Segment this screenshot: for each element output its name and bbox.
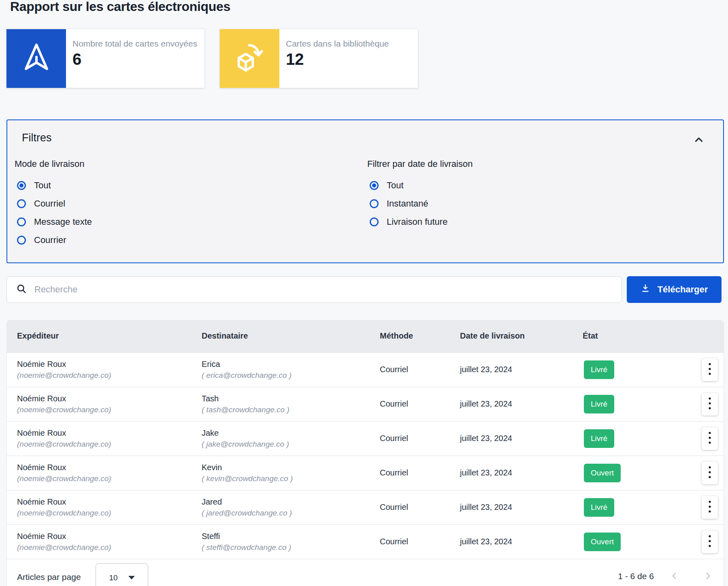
radio-label: Courrier	[34, 235, 66, 245]
recipient-name: Erica	[202, 360, 380, 369]
sender-name: Noémie Roux	[17, 394, 202, 403]
table-row: Noémie Roux (noemie@crowdchange.co) Kevi…	[7, 456, 724, 490]
date-cell: juillet 23, 2024	[460, 434, 583, 443]
library-box-icon-tile	[220, 29, 279, 88]
method-cell: Courriel	[380, 537, 460, 546]
previous-page-button[interactable]	[668, 570, 681, 584]
status-badge: Livré	[584, 498, 614, 517]
row-actions-button[interactable]	[702, 462, 718, 484]
method-cell: Courriel	[380, 399, 460, 409]
recipient-name: Kevin	[202, 463, 380, 472]
sender-name: Noémie Roux	[17, 428, 202, 438]
date-cell: juillet 23, 2024	[460, 537, 583, 546]
radio-label: Message texte	[34, 217, 92, 227]
items-per-page-select[interactable]: 10	[96, 563, 148, 586]
column-header-status: État	[583, 331, 698, 341]
recipient-email: ( steffi@crowdchange.co )	[202, 543, 380, 552]
date-cell: juillet 23, 2024	[460, 365, 583, 374]
page-title: Rapport sur les cartes électroniques	[10, 0, 728, 14]
status-badge: Ouvert	[584, 533, 621, 551]
radio-icon[interactable]	[17, 181, 26, 190]
recipient-email: ( jared@crowdchange.co )	[202, 509, 380, 518]
method-cell: Courriel	[380, 503, 460, 512]
report-page: Rapport sur les cartes électroniques Nom…	[0, 0, 728, 586]
search-box[interactable]	[6, 276, 622, 303]
sender-name: Noémie Roux	[17, 360, 202, 369]
filter-group-delivery-date: Filtrer par date de livraison Tout Insta…	[367, 159, 473, 249]
radio-option-mode-courriel[interactable]: Courriel	[15, 195, 367, 213]
date-cell: juillet 23, 2024	[460, 503, 583, 512]
stat-card-library-cards: Cartes dans la bibliothèque 12	[220, 29, 418, 88]
kebab-menu-icon	[708, 465, 711, 480]
next-page-button[interactable]	[701, 570, 715, 584]
sender-email: (noemie@crowdchange.co)	[17, 474, 202, 483]
items-per-page-label: Articles par page	[17, 572, 81, 582]
row-actions-button[interactable]	[702, 496, 718, 519]
radio-option-date-instantane[interactable]: Instantané	[367, 195, 473, 213]
sender-name: Noémie Roux	[17, 497, 202, 507]
pagination-range-label: 1 - 6 de 6	[618, 571, 654, 581]
download-button[interactable]: Télécharger	[627, 276, 722, 303]
sender-email: (noemie@crowdchange.co)	[17, 371, 202, 380]
radio-icon[interactable]	[370, 217, 379, 226]
radio-option-mode-message-texte[interactable]: Message texte	[15, 213, 367, 231]
stats-row: Nombre total de cartes envoyées 6 Cartes	[6, 29, 728, 88]
radio-icon[interactable]	[370, 199, 379, 208]
chevron-right-icon	[702, 571, 713, 582]
recipient-email: ( kevin@crowdchange.co )	[202, 474, 380, 483]
recipient-name: Tash	[202, 394, 380, 403]
table-row: Noémie Roux (noemie@crowdchange.co) Jare…	[7, 490, 724, 524]
radio-option-date-livraison-future[interactable]: Livraison future	[367, 213, 473, 231]
kebab-menu-icon	[708, 362, 711, 377]
filter-group-label: Filtrer par date de livraison	[367, 159, 473, 169]
radio-label: Instantané	[387, 198, 428, 209]
row-actions-button[interactable]	[702, 531, 718, 553]
stat-body: Nombre total de cartes envoyées 6	[66, 29, 197, 88]
caret-down-icon	[128, 576, 135, 580]
stat-label: Nombre total de cartes envoyées	[72, 39, 197, 49]
method-cell: Courriel	[380, 365, 460, 374]
radio-label: Tout	[34, 180, 51, 191]
filter-groups: Mode de livraison Tout Courriel Message …	[15, 159, 723, 249]
row-actions-button[interactable]	[702, 427, 718, 450]
kebab-menu-icon	[708, 396, 711, 411]
radio-option-mode-tout[interactable]: Tout	[15, 177, 367, 195]
stat-body: Cartes dans la bibliothèque 12	[279, 29, 389, 88]
column-header-recipient: Destinataire	[202, 331, 380, 341]
column-header-sender: Expéditeur	[7, 331, 202, 341]
filter-group-label: Mode de livraison	[15, 159, 367, 169]
table-header-row: Expéditeur Destinataire Méthode Date de …	[7, 320, 724, 352]
table-row: Noémie Roux (noemie@crowdchange.co) Eric…	[7, 352, 724, 387]
row-actions-button[interactable]	[702, 358, 718, 381]
radio-option-date-tout[interactable]: Tout	[367, 177, 473, 195]
stat-value: 6	[72, 50, 197, 68]
radio-icon[interactable]	[17, 236, 26, 245]
radio-icon[interactable]	[17, 217, 26, 226]
radio-option-mode-courrier[interactable]: Courrier	[15, 231, 367, 249]
sender-email: (noemie@crowdchange.co)	[17, 440, 202, 449]
radio-icon[interactable]	[370, 181, 379, 190]
sender-name: Noémie Roux	[17, 532, 202, 541]
column-header-method: Méthode	[380, 331, 460, 341]
search-icon	[16, 283, 27, 296]
recipient-email: ( tash@crowdchange.co )	[202, 405, 380, 414]
send-icon	[19, 40, 53, 76]
stat-label: Cartes dans la bibliothèque	[286, 39, 389, 49]
table-row: Noémie Roux (noemie@crowdchange.co) Jake…	[7, 421, 724, 456]
row-actions-button[interactable]	[702, 393, 718, 416]
radio-icon[interactable]	[17, 199, 26, 208]
sender-email: (noemie@crowdchange.co)	[17, 543, 202, 552]
table-footer: Articles par page 10 1 - 6 de 6	[6, 559, 724, 586]
search-input[interactable]	[34, 284, 622, 295]
radio-label: Courriel	[34, 198, 65, 209]
table-row: Noémie Roux (noemie@crowdchange.co) Tash…	[7, 387, 724, 421]
stat-card-cards-sent: Nombre total de cartes envoyées 6	[6, 29, 204, 88]
method-cell: Courriel	[380, 468, 460, 477]
status-badge: Ouvert	[584, 464, 621, 482]
collapse-filters-button[interactable]	[691, 132, 707, 149]
radio-label: Livraison future	[387, 217, 447, 227]
status-badge: Livré	[584, 360, 614, 379]
sender-email: (noemie@crowdchange.co)	[17, 509, 202, 518]
kebab-menu-icon	[708, 431, 711, 446]
filters-title: Filtres	[22, 132, 723, 144]
